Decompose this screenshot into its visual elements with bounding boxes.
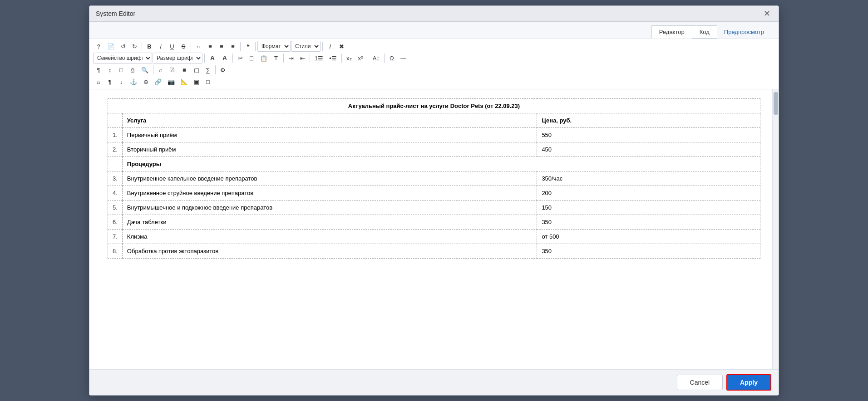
cut-button[interactable]: ✂: [235, 53, 246, 64]
row-service: Первичный приём: [122, 128, 537, 142]
paste-text-button[interactable]: T: [271, 53, 281, 64]
blockquote-button[interactable]: ❝: [242, 41, 253, 52]
row-num: 8.: [108, 244, 123, 259]
table-row: 7. Клизма от 500: [108, 230, 760, 244]
editor-inner: Актуальный прайс-лист на услуги Doctor P…: [89, 89, 779, 316]
table-section-row: Процедуры: [108, 157, 760, 171]
row-num: 7.: [108, 230, 123, 244]
row-price: 350/час: [537, 171, 760, 186]
row-price: 150: [537, 200, 760, 215]
checkbox-button[interactable]: ☑: [167, 64, 178, 75]
row-price: 350: [537, 244, 760, 259]
cell-button[interactable]: ▢: [191, 64, 202, 75]
special-chars-button[interactable]: Ω: [386, 53, 397, 64]
new-button[interactable]: 📄: [104, 41, 117, 52]
row-price: 550: [537, 128, 760, 142]
row-price: 200: [537, 186, 760, 200]
separator10: [341, 54, 342, 63]
row-num: 3.: [108, 171, 123, 186]
format-select[interactable]: Формат: [257, 41, 291, 52]
separator11: [368, 54, 368, 63]
resize-button[interactable]: ↕: [104, 64, 115, 75]
grid-button[interactable]: ⌂: [93, 76, 104, 87]
apply-button[interactable]: Apply: [726, 374, 771, 391]
indent-button[interactable]: ⇥: [286, 53, 296, 64]
scrollbar-track[interactable]: [772, 89, 779, 369]
fullscreen-button[interactable]: □: [116, 64, 127, 75]
embed-button[interactable]: □: [202, 76, 213, 87]
redo-button[interactable]: ↻: [129, 41, 140, 52]
dialog-body: Редактор Код Предпросмотр ? 📄 ↺ ↻ B I U …: [89, 22, 779, 369]
font-color-button[interactable]: A: [207, 53, 218, 64]
row-num: 4.: [108, 186, 123, 200]
highlight-icon: A: [222, 54, 227, 61]
section-num: [108, 157, 123, 171]
separator5: [322, 42, 323, 51]
media-button[interactable]: ◾: [178, 64, 191, 75]
editor-content-area[interactable]: Актуальный прайс-лист на услуги Doctor P…: [89, 89, 779, 369]
search-button[interactable]: 🔍: [138, 64, 151, 75]
styles-select[interactable]: Стили: [291, 41, 321, 52]
strikethrough-button[interactable]: S: [178, 41, 189, 52]
image-button[interactable]: 📷: [165, 76, 178, 87]
settings-button[interactable]: ⚙: [217, 64, 228, 75]
font-size2-button[interactable]: A↕: [370, 53, 382, 64]
align-left-button[interactable]: ↔: [193, 41, 204, 52]
draw-button[interactable]: 📐: [178, 76, 191, 87]
copy-button[interactable]: ⎕: [246, 53, 257, 64]
separator12: [384, 54, 385, 63]
scrollbar-thumb[interactable]: [774, 92, 778, 115]
ordered-list-button[interactable]: 1☰: [312, 53, 326, 64]
separator14: [215, 65, 216, 74]
subscript-button[interactable]: x₂: [344, 53, 355, 64]
tab-code[interactable]: Код: [692, 25, 717, 39]
tab-editor[interactable]: Редактор: [651, 25, 692, 39]
paste-button[interactable]: 📋: [257, 53, 270, 64]
italic-button[interactable]: I: [155, 41, 166, 52]
underline-button[interactable]: U: [167, 41, 178, 52]
print-button[interactable]: ⎙: [127, 64, 138, 75]
hchain-button[interactable]: ⊕: [140, 76, 151, 87]
table-button[interactable]: ⌂: [155, 64, 166, 75]
align-justify-button[interactable]: ≡: [227, 41, 238, 52]
source-button[interactable]: ↓: [116, 76, 127, 87]
link-button[interactable]: 🔗: [152, 76, 164, 87]
outdent-button[interactable]: ⇤: [297, 53, 308, 64]
toolbar-row-2: Семейство шрифтов Размер шрифта A A ✂ ⎕ …: [93, 53, 775, 64]
row-service: Внутривенное капельное введение препарат…: [122, 171, 537, 186]
font-family-select[interactable]: Семейство шрифтов: [93, 53, 152, 64]
row-num: 2.: [108, 142, 123, 157]
clear-format-button[interactable]: ✖: [336, 41, 347, 52]
separator4: [255, 42, 256, 51]
italic2-button[interactable]: I: [325, 41, 335, 52]
align-center-button[interactable]: ≡: [205, 41, 216, 52]
close-button[interactable]: ✕: [762, 10, 772, 18]
table2-button[interactable]: ▣: [191, 76, 202, 87]
undo-button[interactable]: ↺: [118, 41, 128, 52]
unordered-list-button[interactable]: •☰: [326, 53, 340, 64]
highlight-color-button[interactable]: A: [219, 53, 231, 64]
hr-button[interactable]: —: [398, 53, 409, 64]
paragraph-button[interactable]: ¶: [93, 64, 104, 75]
bold-button[interactable]: B: [144, 41, 155, 52]
table-row: 1. Первичный приём 550: [108, 128, 760, 142]
table-row: 6. Дача таблетки 350: [108, 215, 760, 230]
row-service: Дача таблетки: [122, 215, 537, 230]
row-price: 450: [537, 142, 760, 157]
toolbar-area: ? 📄 ↺ ↻ B I U S ↔ ≡ ≡ ≡ ❝ Формат: [89, 39, 779, 89]
tab-preview[interactable]: Предпросмотр: [717, 25, 771, 39]
row-price: 350: [537, 215, 760, 230]
anchor-button[interactable]: ⚓: [127, 76, 140, 87]
cancel-button[interactable]: Cancel: [677, 375, 723, 390]
table-row: 4. Внутривенное струйное введение препар…: [108, 186, 760, 200]
separator2: [191, 42, 191, 51]
show-blocks-button[interactable]: ¶: [104, 76, 115, 87]
font-size-select[interactable]: Размер шрифта: [153, 53, 202, 64]
superscript-button[interactable]: x²: [355, 53, 366, 64]
separator13: [153, 65, 153, 74]
formula-button[interactable]: ∑: [202, 64, 213, 75]
align-right-button[interactable]: ≡: [216, 41, 227, 52]
table-title-cell: Актуальный прайс-лист на услуги Doctor P…: [108, 99, 760, 113]
help-button[interactable]: ?: [93, 41, 104, 52]
table-row: 2. Вторичный приём 450: [108, 142, 760, 157]
